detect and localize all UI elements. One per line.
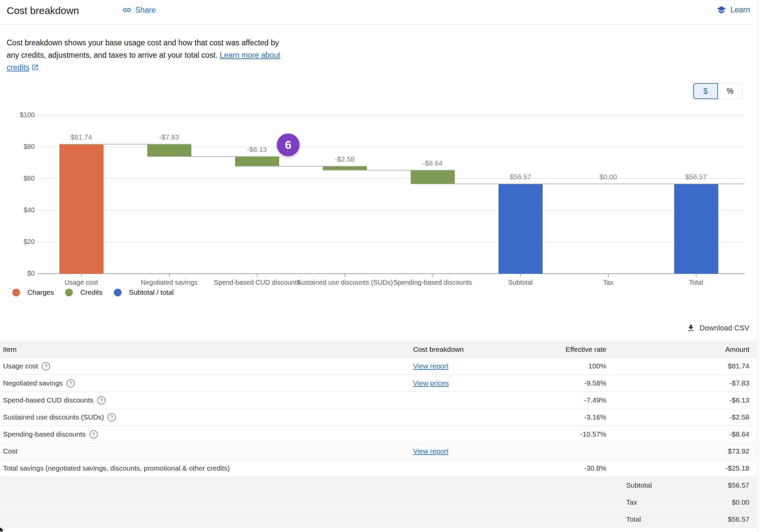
legend-label: Subtotal / total [129,288,174,296]
view-report-link[interactable]: View report [413,447,448,455]
y-tick-label: $40 [0,206,35,214]
help-icon[interactable]: ? [89,430,98,439]
gridline [37,242,745,242]
table-row-spending-based-discounts: Spending-based discounts? -10.57% -$8.64 [0,426,760,443]
help-icon[interactable]: ? [108,413,116,422]
x-axis-tick [169,274,170,277]
bar-total[interactable] [674,184,718,274]
x-category-label: Usage cost [64,279,98,286]
table-row-total: Total $56.57 [0,511,760,528]
x-axis-tick [608,274,609,277]
table-row-usage-cost: Usage cost? View report 100% $81.74 [0,358,760,375]
gridline [37,115,745,115]
x-category-label: Negotiated savings [141,279,197,286]
table-row-total-savings: Total savings (negotiated savings, disco… [0,460,760,477]
x-axis-tick [696,274,697,277]
y-tick-label: $80 [0,143,35,151]
x-category-label: Sustained use discounts (SUDs) [297,279,393,286]
scrollbar-track[interactable] [757,0,760,532]
y-tick-label: $0 [0,270,35,277]
help-icon[interactable]: ? [97,396,106,405]
waterfall-connector [147,156,279,157]
unit-toggle: $ % [693,83,743,99]
waterfall-connector [323,170,455,171]
description-line-2: any credits, adjustments, and taxes to a… [7,49,321,61]
legend-label: Credits [80,288,103,296]
header-amount: Amount [663,345,760,353]
gridline [37,147,745,147]
cost-breakdown-table: Item Cost breakdown Effective rate Amoun… [0,341,760,528]
view-prices-link[interactable]: View prices [413,379,449,387]
download-icon [687,324,695,332]
chart-legend: ChargesCreditsSubtotal / total [12,288,174,296]
x-category-label: Spend-based CUD discounts [214,279,300,286]
x-axis-tick [432,274,433,277]
share-button[interactable]: Share [122,5,156,15]
y-tick-label: $60 [0,175,35,182]
x-axis-tick [81,274,82,277]
x-axis-line [37,273,745,274]
open-in-new-icon [31,62,39,75]
percent-toggle-button[interactable]: % [718,83,743,99]
learn-more-credits-link[interactable]: Learn more about [220,51,280,59]
waterfall-connector [235,166,367,167]
waterfall-connector [59,144,191,145]
x-category-label: Tax [603,279,613,286]
legend-label: Charges [27,288,54,296]
table-row-negotiated-savings: Negotiated savings? View prices -9.58% -… [0,375,760,392]
annotation-badge-6: 6 [277,134,300,156]
view-report-link[interactable]: View report [413,362,448,370]
help-icon[interactable]: ? [66,379,75,387]
table-row-cost: Cost View report $73.92 [0,443,760,460]
download-csv-label: Download CSV [700,324,749,332]
x-category-label: Total [689,279,703,286]
page-header: Cost breakdown Share Learn [0,0,760,24]
school-icon [717,5,726,15]
table-row-spend-based-cud-discounts: Spend-based CUD discounts? -7.49% -$6.13 [0,392,760,409]
bar-value-label: -$6.13 [247,146,267,154]
waterfall-connector [674,184,745,184]
header-effective-rate: Effective rate [488,345,606,353]
bar-spending-based-discounts[interactable] [411,170,455,184]
table-row-sustained-use-discounts: Sustained use discounts (SUDs)? -3.16% -… [0,409,760,426]
bar-spend-based-cud-discounts[interactable] [235,157,279,166]
legend-swatch [114,289,122,296]
description: Cost breakdown shows your base usage cos… [7,37,321,75]
mouse-cursor [0,527,5,532]
bar-value-label: $81.74 [70,133,92,141]
legend-item-credits[interactable]: Credits [65,288,103,296]
bar-value-label: $56.57 [510,173,531,181]
y-tick-label: $100 [0,111,35,119]
legend-item-subtotal-total[interactable]: Subtotal / total [114,288,174,296]
bar-value-label: -$2.58 [335,155,355,163]
bar-negotiated-savings[interactable] [147,144,191,157]
table-row-subtotal: Subtotal $56.57 [0,477,760,494]
legend-swatch [12,289,20,296]
gridline [37,210,745,211]
x-axis-tick [520,274,521,277]
learn-button[interactable]: Learn [717,5,750,15]
dollar-toggle-button[interactable]: $ [693,83,718,99]
bar-value-label: $0.00 [599,173,617,181]
legend-item-charges[interactable]: Charges [12,288,54,296]
link-icon [122,5,132,15]
share-label: Share [135,6,156,15]
gridline [37,178,745,179]
bar-subtotal[interactable] [499,184,543,274]
page-title: Cost breakdown [7,5,79,16]
description-line-3: credits [7,61,321,75]
table-row-tax: Tax $0.00 [0,494,760,511]
learn-more-credits-link-continued[interactable]: credits [7,63,29,72]
subtotal-label: Subtotal [606,481,663,489]
bar-value-label: -$7.83 [159,133,179,141]
download-csv-button[interactable]: Download CSV [687,324,749,332]
header-cost-breakdown: Cost breakdown [413,345,488,353]
learn-label: Learn [730,5,750,14]
x-category-label: Subtotal [508,279,533,286]
bar-value-label: $56.57 [685,173,707,181]
legend-swatch [65,289,73,296]
table-header-row: Item Cost breakdown Effective rate Amoun… [0,341,760,358]
bar-value-label: -$8.64 [423,159,443,167]
help-icon[interactable]: ? [42,362,50,370]
bar-usage-cost[interactable] [59,144,104,274]
